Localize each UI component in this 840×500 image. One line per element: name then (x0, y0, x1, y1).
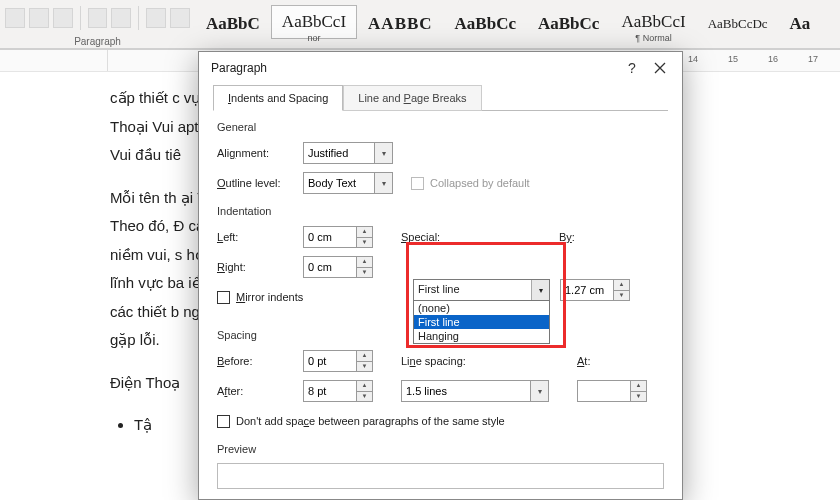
option-none[interactable]: (none) (414, 301, 549, 315)
multilevel-list-icon[interactable] (53, 8, 73, 28)
line-spacing-label: Line spacing: (401, 355, 466, 367)
special-combo[interactable]: First line ▾ (413, 279, 550, 301)
mirror-indents-checkbox[interactable]: Mirror indents (217, 291, 303, 304)
tab-line-page-breaks[interactable]: Line and Page Breaks (343, 85, 481, 111)
alignment-label: Alignment: (217, 147, 303, 159)
option-hanging[interactable]: Hanging (414, 329, 549, 343)
paragraph-group-buttons (0, 0, 195, 36)
bullet-list-icon[interactable] (5, 8, 25, 28)
alignment-combo[interactable]: ▾ (303, 142, 393, 164)
before-label: Before: (217, 355, 303, 367)
by-spinner[interactable]: ▲▼ (560, 279, 630, 301)
style-title[interactable]: AABBC (357, 7, 444, 41)
chevron-down-icon[interactable]: ▾ (375, 172, 393, 194)
style-heading1[interactable]: AaBbC (195, 7, 271, 41)
style-more[interactable]: Aa (779, 7, 822, 41)
at-label: At: (577, 355, 590, 367)
decrease-indent-icon[interactable] (88, 8, 108, 28)
styles-gallery[interactable]: AaBbC AaBbCcI nor AABBC AaBbCc AaBbCc Aa… (195, 0, 840, 48)
dont-add-space-checkbox[interactable]: Don't add space between paragraphs of th… (217, 415, 505, 428)
sort-icon[interactable] (146, 8, 166, 28)
ribbon-group-label: Paragraph (0, 36, 195, 48)
after-label: After: (217, 385, 303, 397)
help-button[interactable]: ? (618, 56, 646, 80)
after-spinner[interactable]: ▲▼ (303, 380, 373, 402)
left-indent-spinner[interactable]: ▲▼ (303, 226, 373, 248)
tab-indents-spacing[interactable]: IIndents and Spacingndents and Spacing (213, 85, 343, 111)
section-general: General (217, 121, 664, 133)
style-heading2[interactable]: AaBbCc (444, 7, 527, 41)
outline-label: Outline level: (217, 177, 303, 189)
right-indent-label: Right: (217, 261, 303, 273)
section-preview: Preview (217, 443, 664, 455)
at-spinner[interactable]: ▲▼ (577, 380, 647, 402)
collapsed-checkbox: Collapsed by default (411, 177, 530, 190)
chevron-down-icon[interactable]: ▾ (531, 280, 549, 300)
increase-indent-icon[interactable] (111, 8, 131, 28)
outline-combo[interactable]: ▾ (303, 172, 393, 194)
left-indent-label: Left: (217, 231, 303, 243)
chevron-down-icon[interactable]: ▾ (375, 142, 393, 164)
dialog-title: Paragraph (211, 61, 267, 75)
section-indentation: Indentation (217, 205, 664, 217)
special-label: Special: (401, 231, 440, 243)
option-first-line[interactable]: First line (414, 315, 549, 329)
style-heading3[interactable]: AaBbCc (527, 7, 610, 41)
style-caption[interactable]: AaBbCcDc (697, 9, 779, 39)
line-spacing-combo[interactable]: ▾ (401, 380, 549, 402)
show-marks-icon[interactable] (170, 8, 190, 28)
by-label: By: (559, 231, 575, 243)
number-list-icon[interactable] (29, 8, 49, 28)
right-indent-spinner[interactable]: ▲▼ (303, 256, 373, 278)
preview-pane (217, 463, 664, 489)
before-spinner[interactable]: ▲▼ (303, 350, 373, 372)
close-button[interactable] (646, 58, 674, 78)
special-dropdown-list[interactable]: (none) First line Hanging (413, 300, 550, 344)
paragraph-dialog: Paragraph ? IIndents and Spacingndents a… (198, 51, 683, 500)
